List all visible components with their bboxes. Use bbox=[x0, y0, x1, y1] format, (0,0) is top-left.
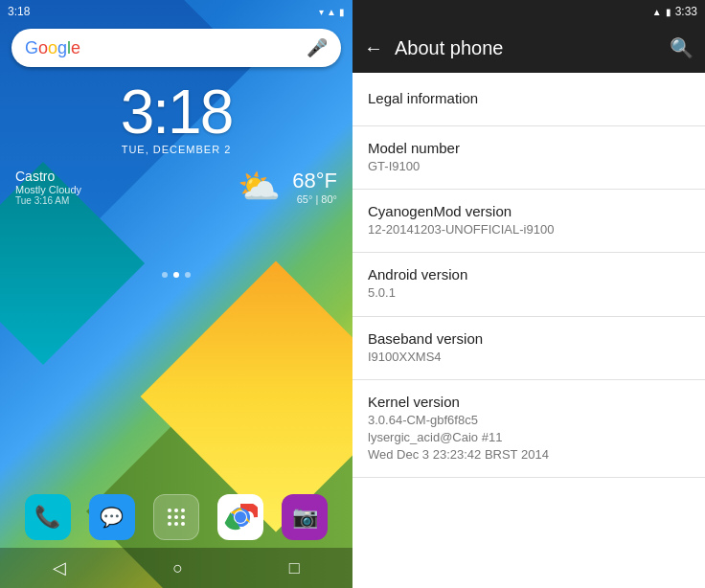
google-search-bar[interactable]: Google 🎤 bbox=[11, 29, 341, 67]
app-dock: 📞 💬 bbox=[0, 486, 352, 548]
svg-point-2 bbox=[181, 509, 185, 512]
kernel-value: 3.0.64-CM-gbf6f8c5 lysergic_acid@Caio #1… bbox=[368, 412, 690, 464]
right-battery-icon: ▮ bbox=[666, 7, 671, 17]
weather-info: Castro Mostly Cloudy Tue 3:16 AM bbox=[15, 169, 226, 206]
mic-icon[interactable]: 🎤 bbox=[307, 37, 328, 58]
svg-point-5 bbox=[181, 515, 185, 519]
svg-point-7 bbox=[174, 522, 178, 526]
dock-all-apps[interactable] bbox=[153, 494, 199, 540]
kernel-line3: Wed Dec 3 23:23:42 BRST 2014 bbox=[368, 447, 549, 462]
svg-point-0 bbox=[168, 509, 171, 512]
dock-chrome[interactable] bbox=[217, 494, 263, 540]
messages-icon: 💬 bbox=[100, 506, 124, 529]
nav-home-button[interactable]: ○ bbox=[172, 558, 183, 578]
weather-widget: Castro Mostly Cloudy Tue 3:16 AM ⛅ 68°F … bbox=[0, 159, 352, 215]
weather-condition: Mostly Cloudy bbox=[15, 184, 226, 195]
settings-item-model[interactable]: Model number GT-I9100 bbox=[352, 126, 705, 190]
page-indicator bbox=[0, 272, 352, 278]
settings-list: Legal information Model number GT-I9100 … bbox=[352, 73, 705, 588]
right-status-bar: ▲ ▮ 3:33 bbox=[352, 0, 705, 23]
right-clock-status: 3:33 bbox=[675, 5, 697, 18]
weather-temp-value: 68°F bbox=[292, 169, 337, 193]
settings-item-cyanogenmod[interactable]: CyanogenMod version 12-20141203-UNOFFICI… bbox=[352, 190, 705, 253]
page-dot-1 bbox=[162, 272, 168, 278]
google-logo: Google bbox=[25, 38, 80, 58]
wifi-icon: ▾ bbox=[319, 7, 324, 17]
android-title: Android version bbox=[368, 266, 690, 283]
svg-point-13 bbox=[235, 511, 246, 523]
right-signal-icon: ▲ bbox=[652, 7, 662, 17]
legal-title: Legal information bbox=[368, 90, 690, 106]
kernel-line2: lysergic_acid@Caio #11 bbox=[368, 430, 502, 444]
kernel-title: Kernel version bbox=[368, 394, 690, 410]
left-status-bar: 3:18 ▾ ▲ ▮ bbox=[0, 0, 352, 23]
svg-point-6 bbox=[168, 522, 171, 526]
clock-widget: 3:18 TUE, DECEMBER 2 bbox=[0, 77, 352, 155]
settings-item-legal[interactable]: Legal information bbox=[352, 73, 705, 126]
battery-icon: ▮ bbox=[339, 7, 345, 17]
weather-range: 65° | 80° bbox=[292, 193, 337, 205]
nav-recents-button[interactable]: □ bbox=[289, 558, 300, 578]
clock-date: TUE, DECEMBER 2 bbox=[0, 144, 352, 155]
svg-point-1 bbox=[174, 509, 178, 512]
search-button[interactable]: 🔍 bbox=[670, 36, 694, 59]
svg-point-4 bbox=[174, 515, 178, 519]
back-button[interactable]: ← bbox=[364, 37, 383, 59]
cyanogenmod-value: 12-20141203-UNOFFICIAL-i9100 bbox=[368, 221, 690, 238]
dock-camera[interactable]: 📷 bbox=[282, 494, 328, 540]
svg-point-3 bbox=[168, 515, 171, 519]
left-status-icons: ▾ ▲ ▮ bbox=[319, 7, 345, 17]
weather-cloud-icon: ⛅ bbox=[238, 167, 281, 207]
signal-icon: ▲ bbox=[327, 7, 336, 17]
clock-time: 3:18 bbox=[0, 77, 352, 147]
settings-item-baseband[interactable]: Baseband version I9100XXMS4 bbox=[352, 317, 705, 380]
app-bar: ← About phone 🔍 bbox=[352, 23, 705, 73]
dock-messages[interactable]: 💬 bbox=[89, 494, 135, 540]
weather-location: Castro bbox=[15, 169, 226, 184]
page-dot-2 bbox=[173, 272, 179, 278]
svg-point-8 bbox=[181, 522, 185, 526]
settings-item-kernel[interactable]: Kernel version 3.0.64-CM-gbf6f8c5 lyserg… bbox=[352, 380, 705, 479]
left-panel: 3:18 ▾ ▲ ▮ Google 🎤 3:18 TUE, DECEMBER 2… bbox=[0, 0, 352, 588]
dock-phone[interactable]: 📞 bbox=[25, 494, 71, 540]
chrome-icon bbox=[223, 500, 258, 534]
page-title: About phone bbox=[395, 37, 658, 59]
page-dot-3 bbox=[185, 272, 191, 278]
phone-icon: 📞 bbox=[34, 505, 60, 530]
baseband-title: Baseband version bbox=[368, 330, 690, 347]
weather-time: Tue 3:16 AM bbox=[15, 195, 226, 206]
settings-item-android[interactable]: Android version 5.0.1 bbox=[352, 253, 705, 316]
right-panel: ▲ ▮ 3:33 ← About phone 🔍 Legal informati… bbox=[352, 0, 705, 588]
apps-grid-icon bbox=[165, 506, 188, 529]
kernel-line1: 3.0.64-CM-gbf6f8c5 bbox=[368, 413, 478, 427]
left-clock-status: 3:18 bbox=[8, 5, 30, 18]
model-value: GT-I9100 bbox=[368, 158, 690, 175]
model-title: Model number bbox=[368, 140, 690, 156]
android-value: 5.0.1 bbox=[368, 284, 690, 302]
nav-back-button[interactable]: ◁ bbox=[53, 557, 66, 578]
cyanogenmod-title: CyanogenMod version bbox=[368, 203, 690, 219]
baseband-value: I9100XXMS4 bbox=[368, 349, 690, 366]
camera-icon: 📷 bbox=[292, 505, 318, 530]
bottom-navigation: ◁ ○ □ bbox=[0, 548, 352, 588]
weather-temperature: 68°F 65° | 80° bbox=[292, 169, 337, 205]
